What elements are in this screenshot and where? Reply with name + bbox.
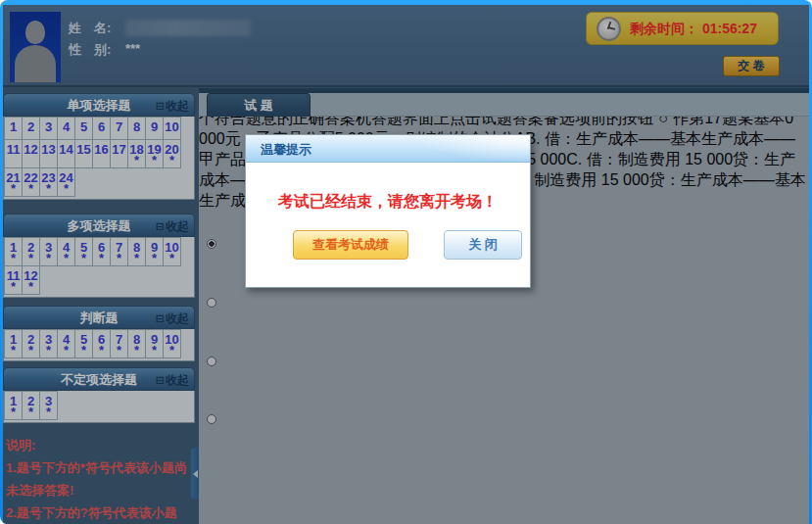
app-window-frame: 姓 名: 性 别: *** 剩余时间： 01:56:27 交 卷 单项选择题⊟收… — [0, 0, 812, 524]
close-dialog-button[interactable]: 关 闭 — [444, 230, 522, 260]
dialog-title: 温馨提示 — [261, 141, 311, 159]
dialog-message: 考试已经结束，请您离开考场！ — [246, 192, 530, 213]
exam-finished-dialog: 温馨提示 考试已经结束，请您离开考场！ 查看考试成绩 关 闭 — [245, 134, 531, 288]
view-score-button[interactable]: 查看考试成绩 — [293, 230, 408, 260]
exam-app: 姓 名: 性 别: *** 剩余时间： 01:56:27 交 卷 单项选择题⊟收… — [3, 5, 809, 524]
dialog-title-bar: 温馨提示 — [246, 135, 530, 163]
